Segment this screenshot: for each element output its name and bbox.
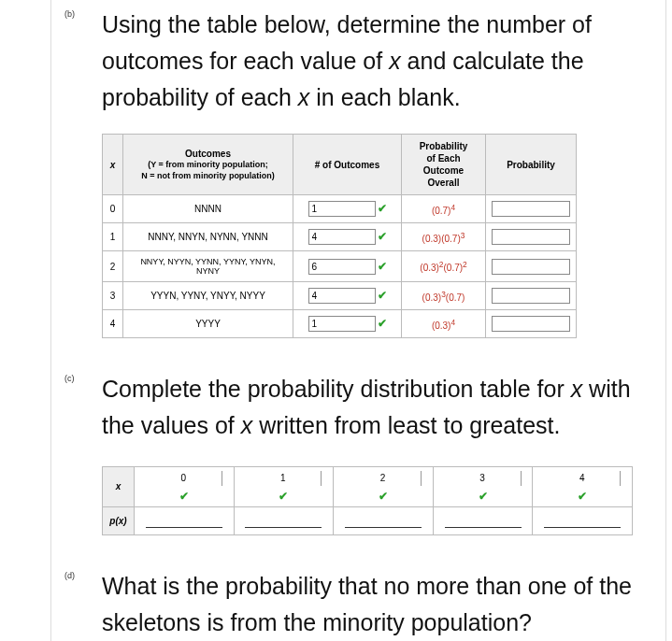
cell-num: ✔: [293, 251, 402, 282]
cell-num: ✔: [293, 195, 402, 223]
x-value-input[interactable]: [544, 471, 621, 486]
px-value-input[interactable]: [544, 513, 621, 528]
probability-input[interactable]: [492, 316, 570, 332]
x-value-input[interactable]: [146, 471, 222, 486]
part-b: (b) Using the table below, determine the…: [102, 0, 663, 338]
variable-x: x: [571, 376, 583, 402]
probability-input[interactable]: [492, 229, 570, 245]
x-cell: ✔: [135, 466, 235, 506]
check-icon: ✔: [445, 490, 522, 503]
part-b-label: (b): [64, 9, 75, 19]
cell-prob-each: (0.7)4: [402, 195, 486, 223]
probability-input[interactable]: [492, 288, 570, 304]
check-icon: ✔: [544, 490, 621, 503]
num-outcomes-input[interactable]: [308, 259, 376, 275]
table-row: 1 NNNY, NNYN, NYNN, YNNN ✔ (0.3)(0.7)3: [103, 223, 577, 251]
row-label-x: x: [103, 466, 135, 506]
px-cell: [433, 506, 533, 534]
header-outcomes: Outcomes (Y = from minority population; …: [123, 135, 293, 195]
cell-prob-each: (0.3)4: [402, 310, 486, 338]
table-header-row: x Outcomes (Y = from minority population…: [103, 135, 577, 195]
px-cell: [334, 506, 434, 534]
x-cell: ✔: [234, 466, 334, 506]
px-cell: [234, 506, 334, 534]
cell-outcomes: NNNY, NNYN, NYNN, YNNN: [123, 223, 293, 251]
cell-x: 2: [103, 251, 123, 282]
cell-outcomes: NNYY, NYYN, YYNN, YYNY, YNYN, NYNY: [123, 251, 293, 282]
num-outcomes-input[interactable]: [308, 316, 376, 332]
check-icon: ✔: [245, 490, 322, 503]
cell-probability: [486, 282, 577, 310]
row-label-px: p(x): [103, 506, 135, 534]
x-value-input[interactable]: [445, 471, 522, 486]
px-cell: [135, 506, 235, 534]
text: written from least to greatest.: [252, 412, 560, 438]
cell-probability: [486, 223, 577, 251]
cell-prob-each: (0.3)2(0.7)2: [402, 251, 486, 282]
check-icon: ✔: [378, 317, 387, 330]
cell-x: 3: [103, 282, 123, 310]
part-c-label: (c): [64, 374, 75, 383]
cell-x: 0: [103, 195, 123, 223]
text: Complete the probability distribution ta…: [102, 376, 571, 402]
cell-num: ✔: [293, 282, 402, 310]
probability-input[interactable]: [492, 201, 570, 217]
x-value-input[interactable]: [345, 471, 422, 486]
check-icon: ✔: [378, 202, 387, 215]
num-outcomes-input[interactable]: [308, 288, 376, 304]
cell-probability: [486, 310, 577, 338]
variable-x: x: [298, 84, 310, 110]
part-c-prompt: Complete the probability distribution ta…: [102, 364, 663, 444]
x-cell: ✔: [433, 466, 533, 506]
cell-probability: [486, 251, 577, 282]
x-cell: ✔: [533, 466, 633, 506]
px-value-input[interactable]: [146, 513, 222, 528]
cell-x: 1: [103, 223, 123, 251]
cell-outcomes: NNNN: [123, 195, 293, 223]
part-d-prompt: What is the probability that no more tha…: [102, 562, 663, 641]
check-icon: ✔: [378, 230, 387, 243]
part-c: (c) Complete the probability distributio…: [102, 364, 663, 535]
cell-x: 4: [103, 310, 123, 338]
outcomes-table: x Outcomes (Y = from minority population…: [102, 134, 577, 338]
probability-input[interactable]: [492, 259, 570, 275]
check-icon: ✔: [378, 289, 387, 302]
num-outcomes-input[interactable]: [308, 229, 376, 245]
check-icon: ✔: [345, 490, 422, 503]
px-value-input[interactable]: [245, 513, 322, 528]
x-row: x ✔ ✔ ✔: [103, 466, 633, 506]
table-row: 0 NNNN ✔ (0.7)4: [103, 195, 577, 223]
header-num-outcomes: # of Outcomes: [293, 135, 402, 195]
cell-prob-each: (0.3)(0.7)3: [402, 223, 486, 251]
cell-outcomes: YYYY: [123, 310, 293, 338]
cell-probability: [486, 195, 577, 223]
distribution-table: x ✔ ✔ ✔: [102, 466, 633, 535]
x-cell: ✔: [334, 466, 434, 506]
header-prob-each: Probability of Each Outcome Overall: [402, 135, 486, 195]
x-value-input[interactable]: [245, 471, 322, 486]
cell-num: ✔: [293, 310, 402, 338]
check-icon: ✔: [378, 260, 387, 273]
px-value-input[interactable]: [345, 513, 422, 528]
table-row: 3 YYYN, YYNY, YNYY, NYYY ✔ (0.3)3(0.7): [103, 282, 577, 310]
table-row: 2 NNYY, NYYN, YYNN, YYNY, YNYN, NYNY ✔ (…: [103, 251, 577, 282]
variable-x: x: [389, 48, 401, 74]
part-b-prompt: Using the table below, determine the num…: [102, 0, 663, 115]
cell-num: ✔: [293, 223, 402, 251]
part-d: (d) What is the probability that no more…: [102, 562, 663, 641]
px-value-input[interactable]: [445, 513, 522, 528]
text: in each blank.: [309, 84, 460, 110]
part-d-label: (d): [64, 571, 75, 580]
px-cell: [533, 506, 633, 534]
num-outcomes-input[interactable]: [308, 201, 376, 217]
px-row: p(x): [103, 506, 633, 534]
header-x: x: [103, 135, 123, 195]
table-row: 4 YYYY ✔ (0.3)4: [103, 310, 577, 338]
header-probability: Probability: [486, 135, 577, 195]
check-icon: ✔: [146, 490, 222, 503]
cell-prob-each: (0.3)3(0.7): [402, 282, 486, 310]
cell-outcomes: YYYN, YYNY, YNYY, NYYY: [123, 282, 293, 310]
variable-x: x: [241, 412, 253, 438]
